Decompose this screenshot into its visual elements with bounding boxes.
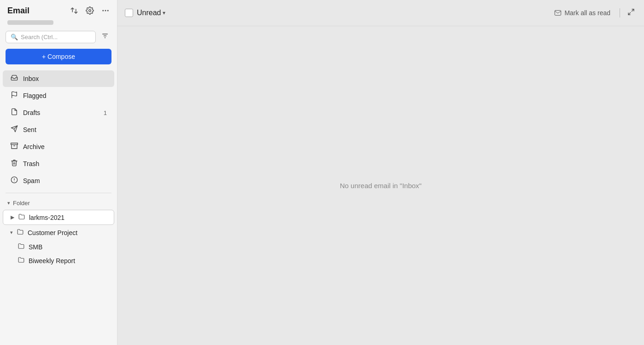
folder-item-customer-project[interactable]: ▾ Customer Project xyxy=(3,225,114,240)
sidebar-item-drafts[interactable]: Drafts 1 xyxy=(3,104,114,121)
filter-chevron: ▾ xyxy=(163,10,165,16)
expand-icon xyxy=(627,8,635,16)
svg-point-0 xyxy=(89,10,91,12)
customer-project-label: Customer Project xyxy=(28,229,77,236)
sidebar: Email 🔍 Search (Ctrl... xyxy=(0,0,117,345)
sidebar-item-inbox[interactable]: Inbox xyxy=(3,70,114,87)
expand-button[interactable] xyxy=(626,6,637,19)
svg-rect-10 xyxy=(11,143,18,144)
subfolder-item-smb[interactable]: SMB xyxy=(3,240,114,253)
filter-dropdown[interactable]: Unread ▾ xyxy=(137,9,165,17)
folder-section-label: Folder xyxy=(13,200,30,207)
ellipsis-icon xyxy=(101,6,110,15)
folder-icon-smb xyxy=(18,243,25,251)
larkms-chevron: ▶ xyxy=(11,214,14,220)
search-row: 🔍 Search (Ctrl... xyxy=(0,29,117,48)
inbox-label: Inbox xyxy=(23,75,107,82)
section-divider xyxy=(6,193,111,193)
customer-project-chevron: ▾ xyxy=(10,230,13,236)
select-all-checkbox[interactable] xyxy=(125,9,133,17)
account-bar xyxy=(0,20,117,29)
trash-label: Trash xyxy=(23,160,107,167)
drafts-label: Drafts xyxy=(23,109,99,116)
toolbar-divider xyxy=(620,8,620,17)
spam-icon xyxy=(10,176,18,185)
sidebar-item-archive[interactable]: Archive xyxy=(3,138,114,155)
sidebar-item-sent[interactable]: Sent xyxy=(3,121,114,138)
folder-section-header[interactable]: ▾ Folder xyxy=(0,197,117,209)
folder-item-larkms2021[interactable]: ▶ larkms-2021 xyxy=(3,210,114,225)
account-indicator xyxy=(7,20,53,25)
smb-label: SMB xyxy=(29,243,42,251)
larkms-label: larkms-2021 xyxy=(29,214,64,221)
main-toolbar: Unread ▾ Mark all as read xyxy=(117,0,644,26)
flagged-icon xyxy=(10,91,18,100)
folder-icon-biweekly xyxy=(18,257,25,264)
app-title: Email xyxy=(7,6,64,16)
folder-section-chevron: ▾ xyxy=(7,200,10,206)
main-content: Unread ▾ Mark all as read xyxy=(117,0,644,345)
toolbar-right: Mark all as read xyxy=(550,6,637,19)
nav-items: Inbox Flagged Drafts 1 xyxy=(0,70,117,345)
drafts-badge: 1 xyxy=(104,109,107,116)
filter-btn[interactable] xyxy=(99,30,111,43)
swap-icon xyxy=(70,6,78,15)
mark-all-read-label: Mark all as read xyxy=(564,9,610,17)
sidebar-item-spam[interactable]: Spam xyxy=(3,172,114,189)
empty-state-message: No unread email in "Inbox" xyxy=(340,182,422,190)
sidebar-header: Email xyxy=(0,0,117,20)
svg-point-3 xyxy=(107,10,109,12)
folder-icon-customer-project xyxy=(17,229,24,236)
toolbar-left: Unread ▾ xyxy=(125,9,550,17)
envelope-icon xyxy=(554,9,562,17)
svg-point-2 xyxy=(105,10,106,12)
search-icon: 🔍 xyxy=(11,34,18,40)
folder-icon-larkms xyxy=(18,213,25,221)
svg-line-16 xyxy=(628,12,631,15)
drafts-icon xyxy=(10,108,18,117)
gear-icon xyxy=(86,6,94,15)
sidebar-item-flagged[interactable]: Flagged xyxy=(3,87,114,104)
sent-icon xyxy=(10,125,18,134)
compose-button[interactable]: + Compose xyxy=(6,49,111,64)
sidebar-item-trash[interactable]: Trash xyxy=(3,155,114,172)
swap-icon-btn[interactable] xyxy=(68,5,80,17)
search-placeholder: Search (Ctrl... xyxy=(21,34,58,40)
main-body: No unread email in "Inbox" xyxy=(117,26,644,345)
spam-label: Spam xyxy=(23,177,107,184)
inbox-icon xyxy=(10,74,18,83)
biweekly-label: Biweekly Report xyxy=(29,257,75,264)
archive-label: Archive xyxy=(23,143,107,150)
filter-icon xyxy=(101,32,109,40)
more-options-btn[interactable] xyxy=(100,5,111,17)
mark-all-read-button[interactable]: Mark all as read xyxy=(550,7,614,18)
sent-label: Sent xyxy=(23,126,107,133)
search-box[interactable]: 🔍 Search (Ctrl... xyxy=(6,31,96,43)
subfolder-item-biweekly[interactable]: Biweekly Report xyxy=(3,254,114,267)
svg-point-1 xyxy=(102,10,104,12)
settings-btn[interactable] xyxy=(84,5,96,17)
flagged-label: Flagged xyxy=(23,92,107,99)
trash-icon xyxy=(10,159,18,168)
archive-icon xyxy=(10,142,18,151)
svg-line-15 xyxy=(632,9,634,12)
filter-text: Unread xyxy=(137,9,161,17)
